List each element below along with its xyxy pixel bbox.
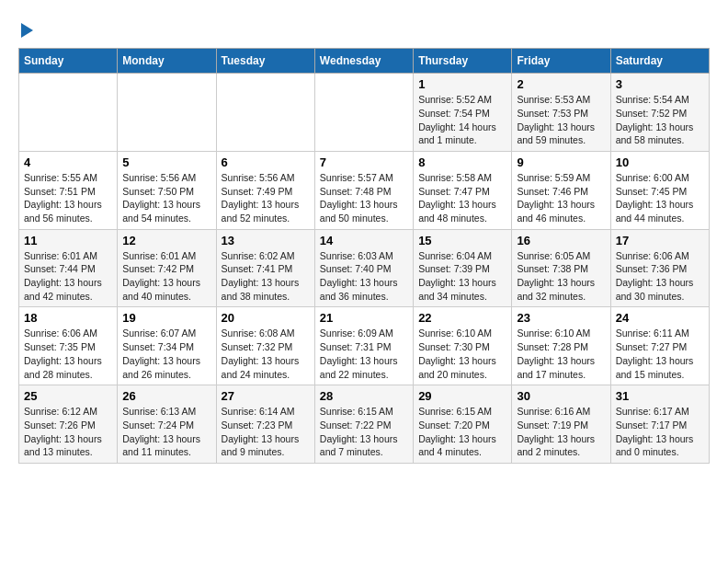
page-header [18, 18, 710, 39]
day-number-16: 16 [517, 234, 605, 247]
day-info-10: Sunrise: 6:00 AM Sunset: 7:45 PM Dayligh… [616, 171, 704, 225]
day-info-3: Sunrise: 5:54 AM Sunset: 7:52 PM Dayligh… [616, 93, 704, 147]
day-info-22: Sunrise: 6:10 AM Sunset: 7:30 PM Dayligh… [418, 327, 506, 381]
calendar-cell-day-21: 21Sunrise: 6:09 AM Sunset: 7:31 PM Dayli… [314, 307, 413, 385]
weekday-header-tuesday: Tuesday [216, 49, 314, 74]
day-number-2: 2 [517, 77, 605, 91]
calendar-cell-day-10: 10Sunrise: 6:00 AM Sunset: 7:45 PM Dayli… [610, 151, 709, 229]
day-info-15: Sunrise: 6:04 AM Sunset: 7:39 PM Dayligh… [418, 249, 506, 304]
day-info-4: Sunrise: 5:55 AM Sunset: 7:51 PM Dayligh… [24, 171, 112, 225]
day-info-17: Sunrise: 6:06 AM Sunset: 7:36 PM Dayligh… [616, 249, 704, 304]
day-info-16: Sunrise: 6:05 AM Sunset: 7:38 PM Dayligh… [517, 249, 605, 304]
day-info-2: Sunrise: 5:53 AM Sunset: 7:53 PM Dayligh… [517, 93, 605, 147]
day-number-19: 19 [122, 311, 210, 325]
day-number-13: 13 [222, 234, 310, 247]
day-info-31: Sunrise: 6:17 AM Sunset: 7:17 PM Dayligh… [616, 405, 704, 459]
day-number-30: 30 [517, 389, 605, 403]
day-number-1: 1 [418, 77, 506, 91]
calendar-cell-empty [118, 74, 216, 152]
day-info-21: Sunrise: 6:09 AM Sunset: 7:31 PM Dayligh… [320, 327, 408, 381]
calendar-cell-empty [216, 74, 314, 152]
day-info-20: Sunrise: 6:08 AM Sunset: 7:32 PM Dayligh… [222, 327, 310, 381]
weekday-header-row: SundayMondayTuesdayWednesdayThursdayFrid… [19, 49, 710, 74]
calendar-cell-day-19: 19Sunrise: 6:07 AM Sunset: 7:34 PM Dayli… [118, 307, 216, 385]
day-number-6: 6 [222, 155, 310, 169]
calendar-cell-empty [19, 74, 118, 152]
calendar-cell-day-13: 13Sunrise: 6:02 AM Sunset: 7:41 PM Dayli… [216, 229, 314, 307]
calendar-cell-day-2: 2Sunrise: 5:53 AM Sunset: 7:53 PM Daylig… [512, 74, 610, 152]
calendar-week-1: 1Sunrise: 5:52 AM Sunset: 7:54 PM Daylig… [19, 74, 710, 152]
day-number-9: 9 [517, 155, 605, 169]
day-number-15: 15 [418, 234, 506, 247]
calendar-cell-day-25: 25Sunrise: 6:12 AM Sunset: 7:26 PM Dayli… [19, 385, 118, 464]
logo-text [18, 18, 33, 40]
calendar-week-5: 25Sunrise: 6:12 AM Sunset: 7:26 PM Dayli… [19, 385, 710, 464]
day-info-12: Sunrise: 6:01 AM Sunset: 7:42 PM Dayligh… [122, 249, 210, 304]
weekday-header-saturday: Saturday [610, 49, 709, 74]
day-number-22: 22 [418, 311, 506, 325]
day-info-9: Sunrise: 5:59 AM Sunset: 7:46 PM Dayligh… [517, 171, 605, 225]
calendar-cell-day-7: 7Sunrise: 5:57 AM Sunset: 7:48 PM Daylig… [314, 151, 413, 229]
day-info-13: Sunrise: 6:02 AM Sunset: 7:41 PM Dayligh… [222, 249, 310, 304]
day-info-14: Sunrise: 6:03 AM Sunset: 7:40 PM Dayligh… [320, 249, 408, 304]
calendar-cell-day-4: 4Sunrise: 5:55 AM Sunset: 7:51 PM Daylig… [19, 151, 118, 229]
day-number-28: 28 [320, 389, 408, 403]
calendar-cell-day-29: 29Sunrise: 6:15 AM Sunset: 7:20 PM Dayli… [414, 385, 512, 464]
day-info-19: Sunrise: 6:07 AM Sunset: 7:34 PM Dayligh… [122, 327, 210, 381]
calendar-cell-day-1: 1Sunrise: 5:52 AM Sunset: 7:54 PM Daylig… [414, 74, 512, 152]
calendar-cell-day-16: 16Sunrise: 6:05 AM Sunset: 7:38 PM Dayli… [512, 229, 610, 307]
day-info-24: Sunrise: 6:11 AM Sunset: 7:27 PM Dayligh… [616, 327, 704, 381]
day-number-27: 27 [222, 389, 310, 403]
day-number-14: 14 [320, 234, 408, 247]
calendar-table: SundayMondayTuesdayWednesdayThursdayFrid… [18, 48, 710, 464]
day-number-18: 18 [24, 311, 112, 325]
day-info-29: Sunrise: 6:15 AM Sunset: 7:20 PM Dayligh… [418, 405, 506, 459]
weekday-header-wednesday: Wednesday [314, 49, 413, 74]
day-number-29: 29 [418, 389, 506, 403]
day-number-4: 4 [24, 155, 112, 169]
day-number-3: 3 [616, 77, 704, 91]
day-info-28: Sunrise: 6:15 AM Sunset: 7:22 PM Dayligh… [320, 405, 408, 459]
calendar-week-3: 11Sunrise: 6:01 AM Sunset: 7:44 PM Dayli… [19, 229, 710, 307]
calendar-cell-day-26: 26Sunrise: 6:13 AM Sunset: 7:24 PM Dayli… [118, 385, 216, 464]
day-info-25: Sunrise: 6:12 AM Sunset: 7:26 PM Dayligh… [24, 405, 112, 459]
logo [18, 18, 33, 39]
calendar-cell-day-22: 22Sunrise: 6:10 AM Sunset: 7:30 PM Dayli… [414, 307, 512, 385]
calendar-cell-day-17: 17Sunrise: 6:06 AM Sunset: 7:36 PM Dayli… [610, 229, 709, 307]
calendar-week-4: 18Sunrise: 6:06 AM Sunset: 7:35 PM Dayli… [19, 307, 710, 385]
day-number-11: 11 [24, 234, 112, 247]
calendar-cell-day-6: 6Sunrise: 5:56 AM Sunset: 7:49 PM Daylig… [216, 151, 314, 229]
weekday-header-friday: Friday [512, 49, 610, 74]
day-number-24: 24 [616, 311, 704, 325]
calendar-cell-day-12: 12Sunrise: 6:01 AM Sunset: 7:42 PM Dayli… [118, 229, 216, 307]
day-info-30: Sunrise: 6:16 AM Sunset: 7:19 PM Dayligh… [517, 405, 605, 459]
day-info-27: Sunrise: 6:14 AM Sunset: 7:23 PM Dayligh… [222, 405, 310, 459]
calendar-cell-day-14: 14Sunrise: 6:03 AM Sunset: 7:40 PM Dayli… [314, 229, 413, 307]
weekday-header-monday: Monday [118, 49, 216, 74]
day-number-5: 5 [122, 155, 210, 169]
day-info-7: Sunrise: 5:57 AM Sunset: 7:48 PM Dayligh… [320, 171, 408, 225]
calendar-cell-day-20: 20Sunrise: 6:08 AM Sunset: 7:32 PM Dayli… [216, 307, 314, 385]
calendar-cell-day-31: 31Sunrise: 6:17 AM Sunset: 7:17 PM Dayli… [610, 385, 709, 464]
day-info-1: Sunrise: 5:52 AM Sunset: 7:54 PM Dayligh… [418, 93, 506, 147]
day-number-12: 12 [122, 234, 210, 247]
calendar-cell-day-24: 24Sunrise: 6:11 AM Sunset: 7:27 PM Dayli… [610, 307, 709, 385]
calendar-cell-empty [314, 74, 413, 152]
calendar-cell-day-27: 27Sunrise: 6:14 AM Sunset: 7:23 PM Dayli… [216, 385, 314, 464]
day-number-7: 7 [320, 155, 408, 169]
day-number-20: 20 [222, 311, 310, 325]
weekday-header-sunday: Sunday [19, 49, 118, 74]
day-number-26: 26 [122, 389, 210, 403]
calendar-cell-day-28: 28Sunrise: 6:15 AM Sunset: 7:22 PM Dayli… [314, 385, 413, 464]
day-info-11: Sunrise: 6:01 AM Sunset: 7:44 PM Dayligh… [24, 249, 112, 304]
calendar-cell-day-8: 8Sunrise: 5:58 AM Sunset: 7:47 PM Daylig… [414, 151, 512, 229]
day-info-26: Sunrise: 6:13 AM Sunset: 7:24 PM Dayligh… [122, 405, 210, 459]
day-info-6: Sunrise: 5:56 AM Sunset: 7:49 PM Dayligh… [222, 171, 310, 225]
day-number-25: 25 [24, 389, 112, 403]
calendar-cell-day-15: 15Sunrise: 6:04 AM Sunset: 7:39 PM Dayli… [414, 229, 512, 307]
calendar-week-2: 4Sunrise: 5:55 AM Sunset: 7:51 PM Daylig… [19, 151, 710, 229]
calendar-cell-day-3: 3Sunrise: 5:54 AM Sunset: 7:52 PM Daylig… [610, 74, 709, 152]
day-number-10: 10 [616, 155, 704, 169]
calendar-cell-day-9: 9Sunrise: 5:59 AM Sunset: 7:46 PM Daylig… [512, 151, 610, 229]
day-number-23: 23 [517, 311, 605, 325]
